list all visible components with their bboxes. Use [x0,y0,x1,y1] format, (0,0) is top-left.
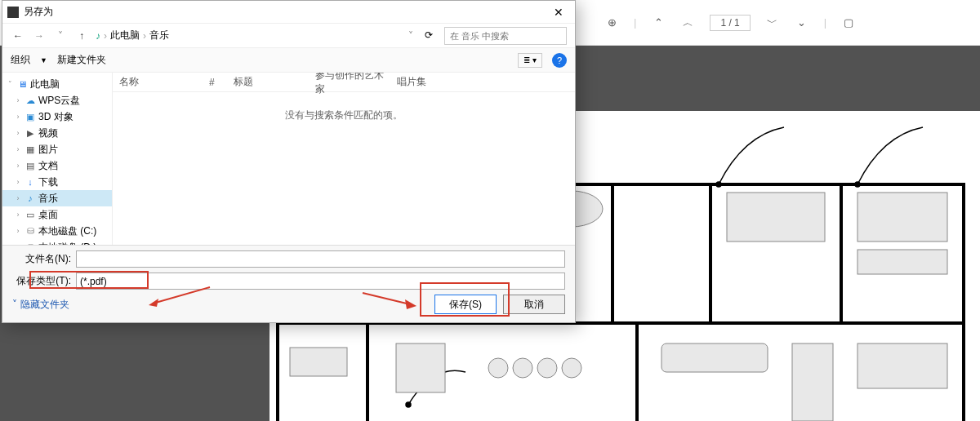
chevron-icon: › [14,194,22,202]
chevron-icon: › [14,129,22,137]
organize-menu[interactable]: 组织 [11,53,30,67]
cancel-button[interactable]: 取消 [503,295,565,314]
page-up-icon[interactable]: ︿ [680,16,695,30]
filetype-select[interactable]: (*.pdf) [76,273,565,290]
toolbar-row: 组织▼ 新建文件夹 ≣ ▾ ? [2,48,575,73]
toolbar-separator: | [634,16,636,29]
svg-rect-20 [396,343,445,392]
hide-folders-toggle[interactable]: ˅隐藏文件夹 [12,298,69,312]
refresh-icon[interactable]: ⟳ [425,29,438,42]
svg-point-12 [406,402,411,407]
folder-icon: ↓ [24,176,36,188]
page-last-icon[interactable]: ⌄ [795,16,809,30]
breadcrumb[interactable]: ♪ › 此电脑 › 音乐 [96,29,397,42]
tree-item-c[interactable]: ›⛁本地磁盘 (C:) [2,223,112,239]
tree-item-[interactable]: ›▭桌面 [2,206,112,223]
help-icon[interactable]: ? [552,53,567,68]
chevron-right-icon: › [104,30,107,42]
folder-icon: ☁ [24,95,36,106]
svg-point-11 [855,182,860,187]
tree-item-[interactable]: ›♪音乐 [2,190,112,206]
folder-tree: ˅🖥此电脑›☁WPS云盘›▣3D 对象›▶视频›▦图片›▤文档›↓下载›♪音乐›… [2,73,113,245]
svg-point-23 [537,358,557,378]
tree-item-[interactable]: ˅🖥此电脑 [2,76,112,92]
folder-icon: ♪ [24,193,36,204]
new-folder-button[interactable]: 新建文件夹 [57,53,106,67]
tree-item-label: 文档 [38,159,58,173]
dialog-title: 另存为 [24,5,547,19]
dialog-titlebar: 另存为 ✕ [2,1,575,24]
chevron-icon: › [14,145,22,153]
col-title[interactable]: 标题 [227,75,309,89]
svg-rect-27 [858,343,947,388]
tree-item-label: WPS云盘 [38,94,80,108]
crumb-dropdown-icon[interactable]: ˅ [403,30,418,42]
nav-back-icon[interactable]: ← [11,30,25,42]
page-current: 1 [720,17,726,29]
zoom-in-icon[interactable]: ⊕ [604,16,619,30]
filename-label: 文件名(N): [12,252,71,266]
chevron-right-icon: › [143,30,146,42]
dialog-bottom: 文件名(N): 保存类型(T): (*.pdf) ˅隐藏文件夹 保存(S) 取消 [2,245,575,322]
app-icon [7,7,19,18]
chevron-icon: ˅ [6,80,14,88]
present-icon[interactable]: ▢ [841,16,856,30]
svg-point-10 [716,182,721,187]
folder-icon: ▦ [24,144,36,155]
svg-rect-25 [662,343,768,372]
tree-item-d[interactable]: ›⛁本地磁盘 (D:) [2,239,112,245]
chevron-icon: › [14,210,22,219]
page-total: 1 [734,17,740,29]
tree-item-[interactable]: ›▤文档 [2,157,112,174]
folder-icon: ▶ [24,127,36,139]
close-button[interactable]: ✕ [547,6,570,19]
filetype-label: 保存类型(T): [12,274,71,288]
page-first-icon[interactable]: ⌃ [651,16,666,30]
tree-item-wps[interactable]: ›☁WPS云盘 [2,92,112,109]
music-icon: ♪ [96,30,100,42]
svg-rect-17 [858,193,947,242]
chevron-icon: › [14,162,22,170]
search-input[interactable] [444,27,567,45]
tree-item-label: 图片 [38,143,58,157]
folder-icon: ⛁ [24,225,36,237]
col-num[interactable]: # [203,77,227,88]
svg-rect-16 [727,193,825,242]
crumb-folder[interactable]: 音乐 [149,29,169,42]
view-mode-button[interactable]: ≣ ▾ [518,53,542,68]
crumb-root[interactable]: 此电脑 [110,29,140,42]
page-indicator[interactable]: 1 / 1 [710,15,750,31]
file-list-panel: 名称 # 标题 参与创作的艺术家 唱片集 没有与搜索条件匹配的项。 [113,73,575,245]
page-sep: / [728,17,731,29]
folder-icon: ▤ [24,160,36,171]
tree-item-label: 3D 对象 [38,110,74,124]
col-name[interactable]: 名称 [113,75,203,89]
tree-item-[interactable]: ›▶视频 [2,125,112,141]
tree-item-label: 音乐 [38,192,58,206]
chevron-icon: › [14,96,22,104]
tree-item-[interactable]: ›▦图片 [2,141,112,157]
svg-rect-19 [290,348,347,376]
tree-item-label: 此电脑 [30,78,60,91]
save-as-dialog: 另存为 ✕ ← → ˅ ↑ ♪ › 此电脑 › 音乐 ˅ ⟳ 组织▼ 新建文件夹… [2,0,576,323]
tree-item-label: 视频 [38,126,58,140]
empty-message: 没有与搜索条件匹配的项。 [113,92,575,245]
col-album[interactable]: 唱片集 [390,75,439,89]
chevron-down-icon: ˅ [12,299,17,310]
svg-rect-18 [858,250,947,274]
tree-item-3d[interactable]: ›▣3D 对象 [2,109,112,125]
nav-row: ← → ˅ ↑ ♪ › 此电脑 › 音乐 ˅ ⟳ [2,24,575,48]
nav-up-icon[interactable]: ↑ [74,30,89,42]
tree-item-label: 桌面 [38,208,58,222]
page-down-icon[interactable]: ﹀ [765,16,780,30]
svg-point-22 [513,358,532,378]
tree-item-[interactable]: ›↓下载 [2,174,112,190]
svg-point-21 [488,358,508,378]
chevron-icon: › [14,178,22,186]
save-button[interactable]: 保存(S) [434,295,497,314]
tree-item-label: 下载 [38,175,58,189]
nav-recent-icon[interactable]: ˅ [53,30,68,42]
svg-rect-26 [792,343,833,421]
filename-input[interactable] [76,250,565,268]
chevron-icon: › [14,227,22,235]
